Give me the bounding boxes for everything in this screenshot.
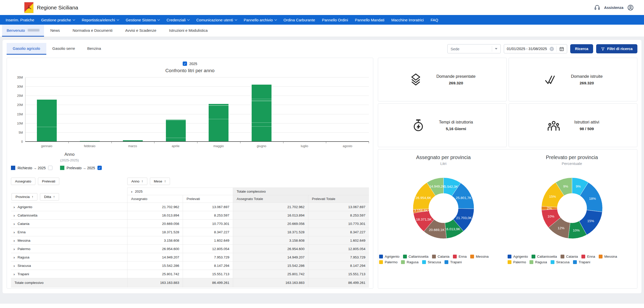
table-row-enna[interactable]: ›Enna [11, 228, 127, 236]
expand-chevron-icon[interactable]: › [13, 255, 15, 259]
tab-avvisi-e-scadenze[interactable]: Avvisi e Scadenze [119, 25, 163, 37]
bar-marzo [123, 140, 143, 141]
donut-legend-ragusa: Ragusa [529, 260, 547, 264]
table-row-palermo[interactable]: ›Palermo [11, 245, 127, 253]
table-row-trapani[interactable]: ›Trapani [11, 270, 127, 278]
nav-item-gestione-pratiche[interactable]: Gestione pratiche [41, 18, 75, 22]
table-row-siracusa[interactable]: ›Siracusa [11, 261, 127, 270]
legend-swatch [60, 166, 64, 170]
x-tick [111, 142, 112, 143]
gridline [25, 123, 369, 124]
bar-gennaio [37, 100, 57, 141]
legend-label: Ragusa [407, 260, 419, 264]
x-tick [154, 142, 154, 143]
legend-swatch [403, 255, 407, 258]
x-tick [283, 142, 283, 143]
chip-assegnato[interactable]: Assegnato [11, 178, 35, 185]
x-tick [240, 142, 240, 143]
sort-chip-mese[interactable]: Mese↑ [150, 178, 170, 185]
tab-label: News [50, 28, 60, 33]
headset-icon [594, 5, 600, 11]
filtri-di-ricerca-button[interactable]: Filtri di ricerca [596, 44, 637, 53]
nav-item-inserim-pratiche[interactable]: Inserim. Pratiche [6, 18, 34, 22]
tab-istruzioni-e-modulistica[interactable]: Istruzioni e Modulistica [163, 25, 214, 37]
year-checkbox[interactable] [183, 61, 187, 66]
sort-chip-provincia[interactable]: Provincia↑ [11, 193, 37, 201]
table-row-catania[interactable]: ›Catania [11, 220, 127, 228]
group-header-year[interactable]: ›2025 [127, 188, 233, 195]
double-check-icon [543, 73, 557, 86]
chip-prelevati[interactable]: Prelevati [38, 178, 60, 185]
column-header-assegnato: Assegnato [127, 195, 183, 203]
axis-title: Anno [39, 152, 100, 157]
donut-legend-messina: Messina [470, 255, 489, 258]
tab-normativa-e-documenti[interactable]: Normativa e Documenti [66, 25, 119, 37]
cell-value: 14.949.207 [127, 253, 183, 261]
table-row-caltanissetta[interactable]: ›Caltanissetta [11, 211, 127, 220]
expand-chevron-icon[interactable]: › [13, 247, 15, 251]
nav-item-faq[interactable]: FAQ [431, 18, 438, 22]
subtab-gasolio-agricolo[interactable]: Gasolio agricolo [7, 43, 46, 55]
chevron-down-icon [275, 18, 277, 21]
sede-select[interactable]: Sede [447, 44, 501, 53]
cell-value: 8.147.294 [183, 261, 233, 270]
expand-chevron-icon[interactable]: › [13, 213, 15, 217]
content-area: Gasolio agricoloGasolio serreBenzina Sed… [0, 37, 644, 304]
sort-chip-anno[interactable]: Anno↑ [127, 178, 147, 185]
nav-item-gestione-sistema[interactable]: Gestione Sistema [126, 18, 160, 22]
bar-aprile [166, 120, 186, 141]
nav-item-reportistica-elenchi[interactable]: Reportistica/elenchi [82, 18, 119, 22]
nav-item-pannello-mandati[interactable]: Pannello Mandati [355, 18, 384, 22]
row-sort-chips: Provincia↑Ditta↑ [11, 193, 59, 201]
donut-legend-trapani: Trapani [445, 260, 462, 264]
legend-label: Enna [587, 255, 595, 258]
legend-swatch [470, 255, 474, 258]
clear-icon[interactable]: ✕ [550, 47, 554, 51]
expand-chevron-icon[interactable]: › [13, 205, 15, 209]
column-header-prelevati: Prelevati [183, 195, 233, 203]
date-range-input[interactable]: 01/01/2025 - 31/08/2025 ✕ [504, 44, 567, 53]
nav-item-label: Ordina Carburante [283, 18, 315, 22]
expand-chevron-icon[interactable]: › [13, 272, 15, 276]
y-tick-label: 15M [17, 113, 23, 116]
stopwatch-icon [411, 118, 425, 132]
tab-news[interactable]: News [44, 25, 66, 37]
calendar-icon[interactable] [559, 47, 564, 51]
ricerca-button[interactable]: Ricerca [570, 44, 593, 53]
cell-value: 8.347.227 [308, 228, 369, 236]
nav-item-pannello-archivio[interactable]: Pannello archivio [244, 18, 277, 22]
legend-swatch [508, 255, 511, 258]
province-name: Messina [18, 239, 30, 242]
legend-checkbox[interactable] [97, 166, 102, 170]
nav-item-pannello-ordini[interactable]: Pannello Ordini [322, 18, 348, 22]
expand-chevron-icon[interactable]: › [131, 190, 132, 193]
user-icon[interactable] [627, 4, 634, 11]
subtab-benzina[interactable]: Benzina [81, 43, 107, 55]
expand-chevron-icon[interactable]: › [13, 239, 15, 242]
expand-chevron-icon[interactable]: › [13, 222, 15, 226]
table-row-agrigento[interactable]: ›Agrigento [11, 203, 127, 211]
donut-slice-label: 21.703,0K [456, 216, 472, 220]
cell-value: 13.067.697 [183, 203, 233, 211]
kpi-cards: Domande presentate269.320Domande istruit… [378, 58, 637, 147]
axis-range: (2025-2025) [39, 158, 100, 162]
nav-item-macchine-irroratrici[interactable]: Macchine Irroratrici [391, 18, 424, 22]
nav-item-comunicazione-utenti[interactable]: Comunicazione utenti [196, 18, 237, 22]
tab-benvenuto[interactable]: Benvenuto [2, 25, 44, 37]
main-nav: Inserim. PraticheGestione praticheReport… [0, 15, 644, 25]
year-filter: 2025 [11, 61, 369, 66]
table-row-ragusa[interactable]: ›Ragusa [11, 253, 127, 261]
subtab-gasolio-serre[interactable]: Gasolio serre [46, 43, 81, 55]
donut-legend-siracusa: Siracusa [422, 260, 441, 264]
nav-item-credenziali[interactable]: Credenziali [166, 18, 189, 22]
legend-checkbox[interactable] [48, 166, 52, 170]
nav-item-ordina-carburante[interactable]: Ordina Carburante [283, 18, 315, 22]
expand-chevron-icon[interactable]: › [13, 264, 15, 268]
nav-item-label: Pannello archivio [244, 18, 273, 22]
table-row-messina[interactable]: ›Messina [11, 236, 127, 245]
assistenza-link[interactable]: Assistenza [604, 6, 623, 10]
expand-chevron-icon[interactable]: › [13, 230, 15, 234]
legend-label: Siracusa [428, 260, 441, 264]
chevron-down-icon [235, 18, 237, 21]
sort-chip-ditta[interactable]: Ditta↑ [40, 193, 59, 201]
